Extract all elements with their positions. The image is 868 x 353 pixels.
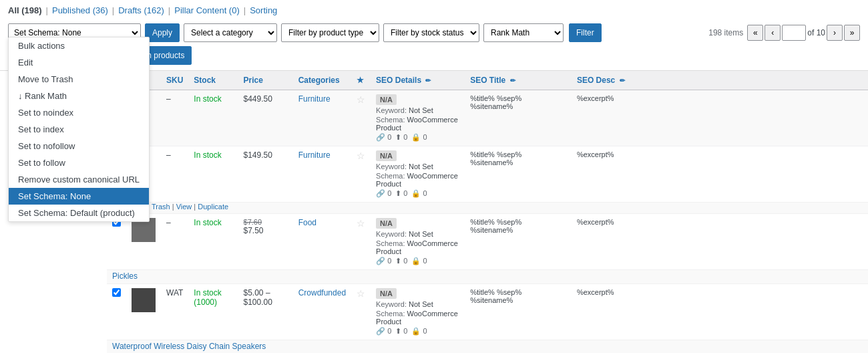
- seo-keyword: Keyword: Not Set: [376, 106, 459, 114]
- product-category: Food: [293, 214, 351, 270]
- seo-keyword: Keyword: Not Set: [376, 230, 459, 238]
- col-seo-details: SEO Details ✏: [371, 71, 465, 90]
- seo-score-badge: N/A: [376, 288, 397, 299]
- row-action-trash[interactable]: Trash: [152, 203, 170, 211]
- seo-score-badge: N/A: [376, 150, 397, 161]
- filter-button[interactable]: Filter: [569, 23, 602, 42]
- seo-title-edit-icon[interactable]: ✏: [510, 77, 515, 84]
- seo-links: 🔗 0 ⬆ 0 🔒 0: [376, 257, 459, 265]
- menu-item-nofollow[interactable]: Set to nofollow: [9, 138, 149, 154]
- tab-all[interactable]: All (198): [8, 5, 42, 15]
- menu-item-noindex[interactable]: Set to noindex: [9, 104, 149, 121]
- seo-desc-cell: %excerpt%: [572, 214, 868, 270]
- product-stock: In stock: [188, 90, 238, 146]
- seo-schema: Schema: WooCommerce Product: [376, 116, 459, 132]
- next-page-button[interactable]: ›: [827, 25, 843, 41]
- seo-schema: Schema: WooCommerce Product: [376, 310, 459, 326]
- menu-item-edit[interactable]: Edit: [9, 54, 149, 71]
- seo-desc-cell: %excerpt%: [572, 284, 868, 340]
- category-filter[interactable]: Select a category: [184, 23, 277, 42]
- menu-item-index[interactable]: Set to index: [9, 121, 149, 138]
- product-featured[interactable]: ☆: [351, 90, 371, 146]
- product-price: $5.00 – $100.00: [238, 284, 293, 340]
- product-category: Crowdfunded: [293, 284, 351, 340]
- page-of-label: of 10: [807, 28, 825, 37]
- menu-item-follow[interactable]: Set to follow: [9, 154, 149, 171]
- page-input[interactable]: 1: [782, 25, 806, 41]
- category-link[interactable]: Furniture: [298, 94, 331, 104]
- seo-score-badge: N/A: [376, 94, 397, 105]
- menu-item-canonical[interactable]: Remove custom canonical URL: [9, 171, 149, 188]
- seo-links: 🔗 0 ⬆ 0 🔒 0: [376, 133, 459, 142]
- menu-item-schema-default[interactable]: Set Schema: Default (product): [9, 205, 149, 221]
- category-link[interactable]: Furniture: [298, 150, 331, 160]
- col-price[interactable]: Price: [238, 71, 293, 90]
- prev-page-button[interactable]: ‹: [765, 25, 781, 41]
- bulk-action-dropdown: Bulk actions Edit Move to Trash ↓ Rank M…: [8, 37, 150, 222]
- seo-details-cell: N/A Keyword: Not Set Schema: WooCommerce…: [371, 146, 465, 203]
- row-action-view[interactable]: View: [176, 203, 192, 211]
- product-type-filter[interactable]: Filter by product type: [281, 23, 379, 42]
- seo-desc-edit-icon[interactable]: ✏: [620, 77, 625, 84]
- product-price: $449.50: [238, 90, 293, 146]
- tab-published[interactable]: Published (36): [52, 5, 108, 15]
- table-row-title: Waterproof Wireless Daisy Chain Speakers: [107, 340, 868, 354]
- product-sku: –: [161, 214, 188, 270]
- product-sku: –: [161, 146, 188, 203]
- seo-keyword: Keyword: Not Set: [376, 162, 459, 170]
- product-title[interactable]: Waterproof Wireless Daisy Chain Speakers: [112, 342, 266, 351]
- col-stock[interactable]: Stock: [188, 71, 238, 90]
- row-actions-row: Quick Edit | Trash | View | Duplicate: [107, 203, 868, 214]
- tab-pillar[interactable]: Pillar Content (0): [174, 5, 240, 15]
- seo-details-cell: N/A Keyword: Not Set Schema: WooCommerce…: [371, 90, 465, 146]
- product-featured[interactable]: ☆: [351, 214, 371, 270]
- seo-keyword: Keyword: Not Set: [376, 300, 459, 308]
- col-sku[interactable]: SKU: [161, 71, 188, 90]
- row-checkbox[interactable]: [112, 288, 121, 297]
- product-stock: In stock (1000): [188, 284, 238, 340]
- seo-schema: Schema: WooCommerce Product: [376, 172, 459, 188]
- category-link[interactable]: Crowdfunded: [298, 288, 346, 298]
- col-seo-desc: SEO Desc ✏: [572, 71, 868, 90]
- col-categories[interactable]: Categories: [293, 71, 351, 90]
- tab-drafts[interactable]: Drafts (162): [118, 5, 164, 15]
- category-link[interactable]: Food: [298, 218, 316, 227]
- menu-item-bulk[interactable]: Bulk actions: [9, 37, 149, 54]
- row-action-duplicate[interactable]: Duplicate: [198, 203, 228, 211]
- product-title[interactable]: Pickles: [112, 271, 138, 281]
- menu-item-trash[interactable]: Move to Trash: [9, 71, 149, 88]
- product-category: Furniture: [293, 90, 351, 146]
- last-page-button[interactable]: »: [844, 25, 860, 41]
- seo-score-badge: N/A: [376, 218, 397, 229]
- tab-sorting[interactable]: Sorting: [250, 5, 277, 15]
- menu-item-schema-none[interactable]: Set Schema: None: [9, 188, 149, 205]
- filter-tabs: All (198) | Published (36) | Drafts (162…: [8, 5, 281, 15]
- first-page-button[interactable]: «: [747, 25, 763, 41]
- col-seo-title: SEO Title ✏: [465, 71, 572, 90]
- product-thumbnail: [132, 288, 156, 312]
- table-row: –In stock$149.50Furniture☆N/A Keyword: N…: [107, 146, 868, 203]
- product-stock: In stock: [188, 214, 238, 270]
- products-table: SKU Stock Price Categories ★ SEO Details…: [107, 71, 868, 353]
- menu-item-rank[interactable]: ↓ Rank Math: [9, 88, 149, 104]
- seo-details-cell: N/A Keyword: Not Set Schema: WooCommerce…: [371, 284, 465, 340]
- pagination: « ‹ 1 of 10 › »: [747, 25, 860, 41]
- seo-details-edit-icon[interactable]: ✏: [425, 77, 431, 84]
- product-price: $7.60$7.50: [238, 214, 293, 270]
- seo-title-cell: %title% %sep% %sitename%: [465, 214, 572, 270]
- stock-status-filter[interactable]: Filter by stock status: [383, 23, 479, 42]
- table-row: –In stock$7.60$7.50Food☆N/A Keyword: Not…: [107, 214, 868, 270]
- table-row: WATIn stock (1000)$5.00 – $100.00Crowdfu…: [107, 284, 868, 340]
- seo-desc-cell: %excerpt%: [572, 90, 868, 146]
- product-sku: –: [161, 90, 188, 146]
- table-row-title: Pickles: [107, 270, 868, 284]
- seo-links: 🔗 0 ⬆ 0 🔒 0: [376, 189, 459, 198]
- rank-math-filter[interactable]: Rank Math: [483, 23, 564, 42]
- seo-links: 🔗 0 ⬆ 0 🔒 0: [376, 327, 459, 336]
- apply-button[interactable]: Apply: [145, 23, 180, 42]
- product-featured[interactable]: ☆: [351, 146, 371, 203]
- seo-title-cell: %title% %sep% %sitename%: [465, 90, 572, 146]
- product-featured[interactable]: ☆: [351, 284, 371, 340]
- seo-details-cell: N/A Keyword: Not Set Schema: WooCommerce…: [371, 214, 465, 270]
- table-row: –In stock$449.50Furniture☆N/A Keyword: N…: [107, 90, 868, 146]
